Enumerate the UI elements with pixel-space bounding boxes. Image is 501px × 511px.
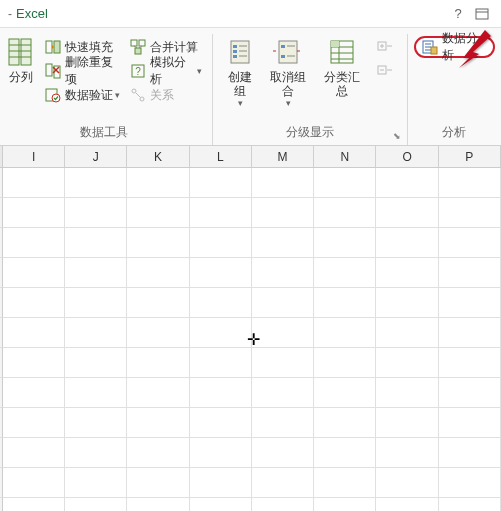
dialog-launcher-icon[interactable]: ⬊ (393, 131, 403, 141)
cell[interactable] (3, 468, 65, 498)
cell[interactable] (127, 318, 189, 348)
cell[interactable] (439, 198, 501, 228)
cell[interactable] (314, 258, 376, 288)
cell[interactable] (190, 258, 252, 288)
cell[interactable] (65, 288, 127, 318)
remove-duplicates-button[interactable]: 删除重复项 (41, 60, 126, 82)
cell[interactable] (314, 498, 376, 511)
cell[interactable] (252, 498, 314, 511)
cell[interactable] (376, 198, 438, 228)
cell[interactable] (127, 468, 189, 498)
cell[interactable] (65, 408, 127, 438)
cell[interactable] (439, 168, 501, 198)
cell[interactable] (314, 228, 376, 258)
cell[interactable] (439, 288, 501, 318)
col-header[interactable]: N (314, 146, 376, 167)
cell[interactable] (252, 408, 314, 438)
cell[interactable] (3, 408, 65, 438)
cell[interactable] (376, 318, 438, 348)
cell[interactable] (439, 228, 501, 258)
cell[interactable] (127, 198, 189, 228)
ungroup-button[interactable]: 取消组合 ▾ (261, 34, 315, 110)
cell[interactable] (439, 408, 501, 438)
cell[interactable] (3, 378, 65, 408)
cell[interactable] (376, 288, 438, 318)
ribbon-display-button[interactable] (471, 4, 493, 24)
data-validation-button[interactable]: 数据验证 ▾ (41, 84, 126, 106)
cell[interactable] (252, 438, 314, 468)
cell[interactable] (190, 498, 252, 511)
cell[interactable] (314, 168, 376, 198)
cell[interactable] (314, 318, 376, 348)
cell[interactable] (252, 198, 314, 228)
cell[interactable] (252, 258, 314, 288)
cell[interactable] (190, 288, 252, 318)
cell[interactable] (65, 228, 127, 258)
cell[interactable] (65, 468, 127, 498)
cell[interactable] (3, 168, 65, 198)
cell[interactable] (190, 348, 252, 378)
cell[interactable] (252, 348, 314, 378)
cell[interactable] (190, 378, 252, 408)
col-header[interactable]: O (376, 146, 438, 167)
cell[interactable] (439, 318, 501, 348)
cell[interactable] (3, 318, 65, 348)
cell[interactable] (65, 348, 127, 378)
cell[interactable] (127, 168, 189, 198)
cell[interactable] (314, 288, 376, 318)
cell[interactable] (3, 438, 65, 468)
cell[interactable] (127, 408, 189, 438)
cell[interactable] (3, 288, 65, 318)
cell[interactable] (439, 348, 501, 378)
data-analysis-button[interactable]: 数据分析 (414, 36, 495, 58)
whatif-button[interactable]: ? 模拟分析 ▾ (126, 60, 206, 82)
cell[interactable] (190, 318, 252, 348)
cell[interactable] (376, 378, 438, 408)
cell[interactable] (127, 438, 189, 468)
cell[interactable] (252, 378, 314, 408)
cell[interactable] (252, 228, 314, 258)
cell[interactable] (190, 168, 252, 198)
cell[interactable] (376, 168, 438, 198)
subtotal-button[interactable]: 分类汇总 (315, 34, 369, 100)
col-header[interactable]: K (127, 146, 189, 167)
col-header[interactable]: L (190, 146, 252, 167)
col-header[interactable]: I (3, 146, 65, 167)
cell[interactable] (376, 498, 438, 511)
cell[interactable] (127, 348, 189, 378)
cell[interactable] (252, 168, 314, 198)
help-button[interactable]: ? (447, 4, 469, 24)
cell[interactable] (439, 468, 501, 498)
cell[interactable] (439, 438, 501, 468)
cell[interactable] (252, 288, 314, 318)
cell-grid[interactable] (0, 168, 501, 511)
cell[interactable] (190, 468, 252, 498)
cell[interactable] (376, 468, 438, 498)
cell[interactable] (127, 288, 189, 318)
cell[interactable] (65, 168, 127, 198)
col-header[interactable]: J (65, 146, 127, 167)
cell[interactable] (3, 228, 65, 258)
cell[interactable] (439, 498, 501, 511)
cell[interactable] (65, 198, 127, 228)
cell[interactable] (190, 408, 252, 438)
cell[interactable] (314, 468, 376, 498)
cell[interactable] (376, 258, 438, 288)
cell[interactable] (314, 198, 376, 228)
cell[interactable] (376, 228, 438, 258)
cell[interactable] (65, 258, 127, 288)
col-header[interactable]: P (439, 146, 501, 167)
cell[interactable] (127, 378, 189, 408)
cell[interactable] (439, 378, 501, 408)
cell[interactable] (252, 318, 314, 348)
cell[interactable] (127, 258, 189, 288)
cell[interactable] (314, 348, 376, 378)
create-group-button[interactable]: 创建组 ▾ (219, 34, 261, 110)
cell[interactable] (314, 378, 376, 408)
cell[interactable] (314, 438, 376, 468)
worksheet[interactable]: I J K L M N O P (0, 146, 501, 511)
cell[interactable] (190, 228, 252, 258)
cell[interactable] (65, 378, 127, 408)
cell[interactable] (3, 348, 65, 378)
text-to-columns-button[interactable]: 分列 (2, 34, 41, 86)
